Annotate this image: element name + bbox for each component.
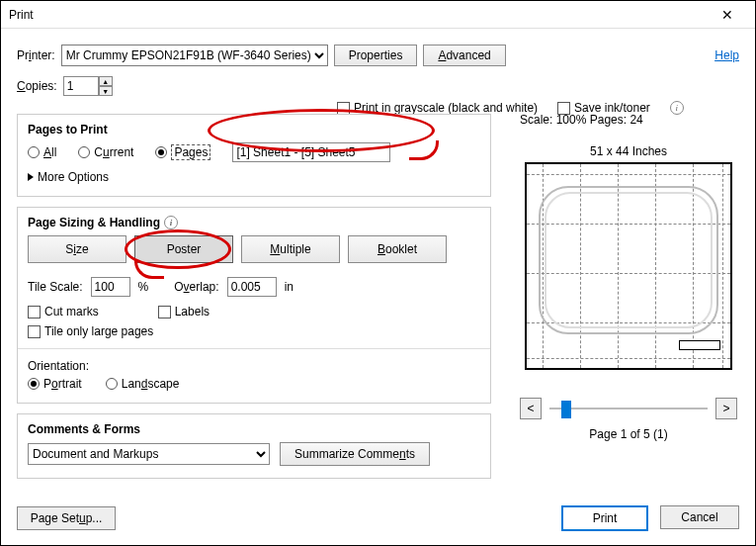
- page-slider[interactable]: [549, 399, 708, 418]
- comments-group: Comments & Forms Document and Markups Su…: [17, 413, 491, 479]
- preview-page-label: Page 1 of 5 (1): [520, 427, 737, 441]
- copies-label: Copies:: [17, 79, 57, 93]
- sizing-group-title: Page Sizing & Handling i: [28, 216, 480, 229]
- tile-large-checkbox[interactable]: Tile only large pages: [28, 324, 153, 338]
- overlap-input[interactable]: [227, 277, 277, 297]
- copies-input[interactable]: [63, 76, 99, 96]
- titlebar: Print ✕: [1, 1, 755, 29]
- preview-canvas: [525, 162, 732, 370]
- dialog-title: Print: [9, 8, 34, 22]
- multiple-button[interactable]: Multiple: [241, 235, 340, 263]
- more-options-toggle[interactable]: More Options: [28, 170, 480, 184]
- radio-landscape[interactable]: Landscape: [106, 377, 180, 391]
- help-link[interactable]: Help: [714, 48, 739, 62]
- labels-checkbox[interactable]: Labels: [158, 305, 210, 318]
- printer-row: Printer: Mr Crummy EPSON21F91B (WF-3640 …: [17, 45, 739, 66]
- poster-button[interactable]: Poster: [134, 235, 233, 263]
- properties-button[interactable]: Properties: [334, 45, 418, 66]
- tile-scale-label: Tile Scale:: [28, 280, 83, 294]
- tile-scale-input[interactable]: [91, 277, 130, 297]
- page-sizing-group: Page Sizing & Handling i Size Poster Mul…: [17, 207, 491, 404]
- advanced-button[interactable]: Advanced: [423, 45, 505, 66]
- footer-bar: Page Setup... Print Cancel: [17, 505, 739, 531]
- preview-scale-label: Scale: 100% Pages: 24: [520, 113, 737, 127]
- radio-all[interactable]: All: [28, 145, 56, 159]
- preview-pane: Scale: 100% Pages: 24 51 x 44 Inches < >…: [520, 113, 737, 441]
- grayscale-checkbox[interactable]: Print in grayscale (black and white): [337, 101, 538, 115]
- print-dialog: Print ✕ Printer: Mr Crummy EPSON21F91B (…: [0, 0, 756, 546]
- printer-select[interactable]: Mr Crummy EPSON21F91B (WF-3640 Series): [61, 45, 328, 66]
- info-icon[interactable]: i: [164, 216, 178, 229]
- pages-range-input[interactable]: [232, 142, 390, 162]
- radio-pages[interactable]: Pages: [155, 144, 210, 160]
- printer-label: Printer:: [17, 48, 55, 62]
- radio-portrait[interactable]: Portrait: [28, 377, 82, 391]
- page-setup-button[interactable]: Page Setup...: [17, 506, 116, 530]
- size-button[interactable]: Size: [28, 235, 126, 263]
- prev-page-button[interactable]: <: [520, 398, 542, 419]
- preview-dims-label: 51 x 44 Inches: [520, 144, 737, 158]
- triangle-right-icon: [28, 173, 34, 181]
- radio-current[interactable]: Current: [78, 145, 133, 159]
- orientation-label: Orientation:: [28, 359, 480, 373]
- copies-up-icon[interactable]: ▲: [99, 76, 113, 86]
- pages-to-print-group: Pages to Print All Current Pages More Op…: [17, 114, 491, 197]
- summarize-comments-button[interactable]: Summarize Comments: [280, 442, 430, 466]
- titleblock-icon: [679, 340, 720, 350]
- pages-group-title: Pages to Print: [28, 123, 480, 136]
- next-page-button[interactable]: >: [715, 398, 737, 419]
- copies-stepper[interactable]: ▲▼: [63, 76, 113, 96]
- print-button[interactable]: Print: [561, 505, 648, 531]
- comments-group-title: Comments & Forms: [28, 422, 480, 436]
- booklet-button[interactable]: Booklet: [348, 235, 447, 263]
- cancel-button[interactable]: Cancel: [660, 505, 739, 529]
- close-icon[interactable]: ✕: [708, 1, 747, 29]
- copies-row: Copies: ▲▼: [17, 76, 739, 96]
- cut-marks-checkbox[interactable]: Cut marks: [28, 305, 99, 318]
- comments-select[interactable]: Document and Markups: [28, 443, 270, 465]
- overlap-label: Overlap:: [174, 280, 218, 294]
- copies-down-icon[interactable]: ▼: [99, 86, 113, 96]
